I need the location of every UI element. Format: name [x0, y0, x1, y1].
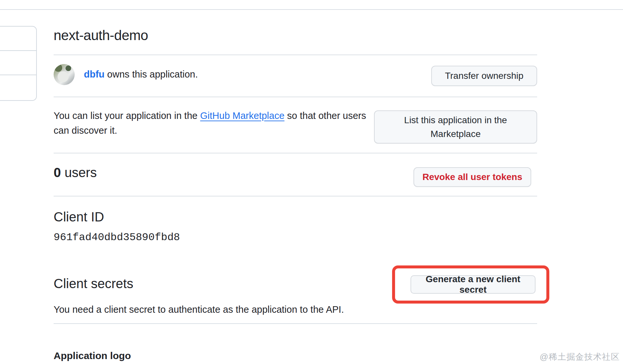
sidebar-item[interactable]: [0, 75, 36, 100]
owner-avatar[interactable]: [54, 64, 75, 85]
owner-text-suffix: owns this application.: [105, 69, 198, 80]
divider: [54, 323, 537, 324]
divider: [54, 153, 537, 153]
sidebar-item[interactable]: [0, 27, 36, 51]
client-id-heading: Client ID: [54, 210, 104, 224]
generate-client-secret-button[interactable]: Generate a new client secret: [411, 275, 536, 294]
users-count-label: users: [61, 165, 97, 180]
sidebar-nav: [0, 26, 37, 101]
oauth-app-settings-main: next-auth-demo dbfu owns this applicatio…: [54, 0, 537, 364]
divider: [54, 55, 537, 55]
github-marketplace-link[interactable]: GitHub Marketplace: [200, 110, 285, 121]
watermark-text: @稀土掘金技术社区: [540, 351, 620, 363]
list-in-marketplace-button[interactable]: List this application in the Marketplace: [374, 110, 537, 144]
divider: [54, 97, 537, 97]
sidebar-item[interactable]: [0, 51, 36, 75]
owner-username-link[interactable]: dbfu: [84, 69, 105, 80]
revoke-all-user-tokens-button[interactable]: Revoke all user tokens: [413, 167, 531, 187]
client-id-value: 961fad40dbd35890fbd8: [54, 231, 180, 243]
users-count-text: 0 users: [54, 165, 97, 180]
owner-text: dbfu owns this application.: [84, 69, 198, 80]
divider: [54, 196, 537, 196]
red-annotation-box: Generate a new client secret: [392, 265, 549, 304]
marketplace-text-before: You can list your application in the: [54, 110, 200, 121]
client-secrets-description: You need a client secret to authenticate…: [54, 304, 344, 315]
application-logo-heading: Application logo: [54, 350, 131, 361]
transfer-ownership-button[interactable]: Transfer ownership: [431, 66, 537, 86]
app-name-title: next-auth-demo: [54, 28, 148, 43]
owner-section: dbfu owns this application. Transfer own…: [54, 64, 537, 86]
users-count-value: 0: [54, 165, 61, 180]
client-secrets-heading: Client secrets: [54, 276, 133, 291]
marketplace-section: You can list your application in the Git…: [54, 108, 537, 138]
marketplace-text: You can list your application in the Git…: [54, 108, 374, 138]
users-section: 0 users Revoke all user tokens: [54, 165, 537, 188]
